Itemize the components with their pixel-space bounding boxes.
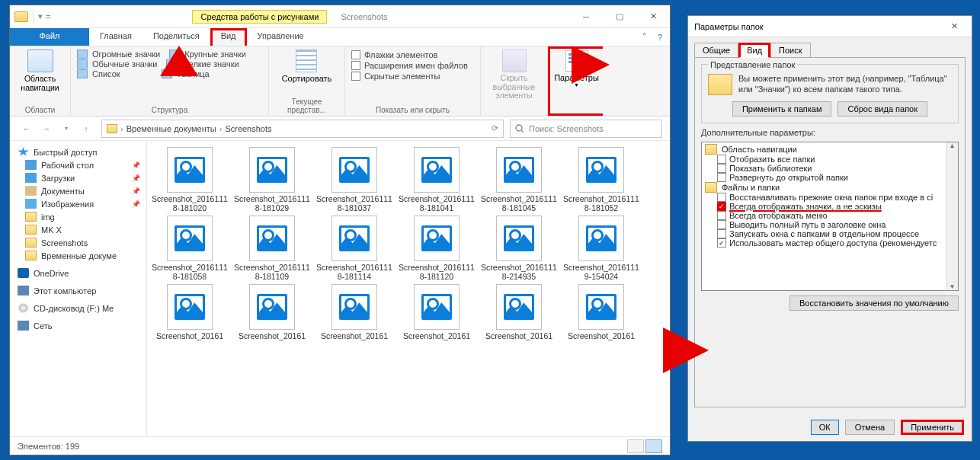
ribbon-group-options[interactable]: Параметры ▼ [548,46,603,116]
view-details-button[interactable] [627,439,644,453]
sidebar-cd[interactable]: CD-дисковод (F:) Me [10,302,146,315]
show-extensions[interactable]: Расширения имен файлов [351,60,474,71]
advanced-settings-tree[interactable]: Область навигации Отобразить все папки П… [701,142,959,291]
tree-files-header[interactable]: Файлы и папки [703,182,956,193]
sidebar-onedrive[interactable]: OneDrive [10,267,146,280]
sidebar-network[interactable]: Сеть [10,319,146,332]
layout-huge[interactable]: Огромные значкиКрупные значки [77,50,262,59]
refresh-icon[interactable]: ⟳ [492,123,498,133]
sidebar-quick-access[interactable]: Быстрый доступ [10,145,146,158]
file-item[interactable]: Screenshot_20161118-214935 [479,216,559,281]
close-button[interactable]: ✕ [636,5,670,27]
tab-home[interactable]: Главная [89,28,143,46]
ok-button[interactable]: ОК [811,420,839,435]
dialog-tabs: Общие Вид Поиск [688,37,972,57]
file-name: Screenshot_20161118-181114 [315,263,394,281]
file-item[interactable]: Screenshot_20161118-181045 [479,147,559,212]
tab-file[interactable]: Файл [10,28,89,46]
tree-item[interactable]: Восстанавливать прежние окна папок при в… [703,193,956,202]
layout-list[interactable]: СписокТаблица [77,69,262,78]
breadcrumb-item[interactable]: Screenshots [225,124,271,133]
forward-button[interactable]: → [37,120,56,138]
show-hidden[interactable]: Скрытые элементы [351,71,474,81]
file-item[interactable]: Screenshot_20161 [562,284,641,340]
tab-manage[interactable]: Управление [247,28,315,46]
file-item[interactable]: Screenshot_20161118-181020 [150,147,229,212]
file-item[interactable]: Screenshot_20161118-181041 [397,147,476,212]
help-icon[interactable]: ? [658,33,662,42]
tree-label: Запускать окна с папками в отдельном про… [729,229,919,238]
tree-item[interactable]: Всегда отображать меню [703,211,956,220]
image-icon [339,157,370,183]
back-button[interactable]: ← [18,120,36,138]
file-item[interactable]: Screenshot_20161 [479,284,559,340]
nav-pane-button[interactable]: Область навигации [16,50,64,92]
sidebar-documents[interactable]: Документы📌 [10,184,146,197]
tree-item[interactable]: Развернуть до открытой папки [703,173,956,182]
apply-to-folders-button[interactable]: Применить к папкам [732,101,832,117]
file-thumbnail [496,216,542,261]
sidebar-mkx[interactable]: MK X [10,223,146,236]
reset-folders-button[interactable]: Сброс вида папок [837,101,927,117]
sidebar-temp[interactable]: Временные докуме [10,249,146,262]
sidebar-img[interactable]: img [10,210,146,223]
file-item[interactable]: Screenshot_20161118-181114 [315,216,394,281]
file-item[interactable]: Screenshot_20161118-181029 [232,147,312,212]
tab-share[interactable]: Поделиться [143,28,210,46]
qat-overflow-icon[interactable]: = [46,12,50,21]
dialog-tab-general[interactable]: Общие [694,43,738,58]
sidebar-thispc[interactable]: Этот компьютер [10,284,146,297]
layout-normal[interactable]: Обычные значкиМелкие значки [77,59,262,69]
scrollbar[interactable] [946,142,958,290]
file-item[interactable]: Screenshot_20161 [397,284,476,340]
recent-button[interactable]: ▾ [57,120,75,138]
restore-defaults-button[interactable]: Восстановить значения по умолчанию [789,295,959,311]
maximize-button[interactable]: ▢ [603,5,636,27]
file-item[interactable]: Screenshot_20161 [150,284,229,340]
sidebar-downloads[interactable]: Загрузки📌 [10,171,146,184]
tree-item[interactable]: Использовать мастер общего доступа (реко… [703,238,956,248]
image-icon [175,294,205,320]
file-item[interactable]: Screenshot_20161118-181052 [562,147,641,212]
tree-item[interactable]: Выводить полный путь в заголовке окна [703,220,956,229]
up-button[interactable]: ↑ [77,120,95,138]
cancel-button[interactable]: Отмена [845,420,895,435]
window-title: Screenshots [341,12,387,21]
breadcrumb-item[interactable]: Временные документы [127,124,216,133]
group-description: Вы можете применить этот вид (например, … [738,74,952,95]
contextual-tab[interactable]: Средства работы с рисунками [192,10,327,24]
sidebar-desktop[interactable]: Рабочий стол📌 [10,158,146,171]
file-thumbnail [331,216,377,261]
tree-item[interactable]: Запускать окна с папками в отдельном про… [703,229,956,238]
view-icons-button[interactable] [645,439,662,453]
sidebar-screenshots[interactable]: Screenshots [10,236,146,249]
tab-view[interactable]: Вид [210,28,247,46]
file-item[interactable]: Screenshot_20161118-181109 [232,216,312,281]
dialog-tab-view[interactable]: Вид [738,43,770,58]
sidebar-pictures[interactable]: Изображения📌 [10,197,146,210]
dialog-tab-search[interactable]: Поиск [770,43,810,58]
tree-item-always-icons[interactable]: Всегда отображать значки, а не эскизы [703,202,956,211]
tree-item[interactable]: Показать библиотеки [703,164,956,173]
hide-selected-button[interactable]: Скрыть выбранные элементы [487,50,541,101]
qat-overflow-icon[interactable]: ▾ [38,11,43,21]
show-checkboxes[interactable]: Флажки элементов [351,50,474,60]
file-item[interactable]: Screenshot_20161119-154024 [562,216,641,281]
tree-item[interactable]: Отобразить все папки [703,155,956,164]
file-item[interactable]: Screenshot_20161118-181037 [315,147,394,212]
checkbox-icon [717,211,726,220]
sort-button[interactable]: Сортировать [282,50,332,83]
search-input[interactable]: Поиск: Screenshots [510,120,662,138]
address-bar[interactable]: › Временные документы › Screenshots ⟳ [101,120,504,138]
file-item[interactable]: Screenshot_20161118-181120 [397,216,476,281]
ribbon-collapse-icon[interactable]: ˄ [642,32,647,42]
apply-button[interactable]: Применить [901,420,964,435]
documents-icon [25,186,37,196]
tree-nav-header[interactable]: Область навигации [703,144,956,155]
file-item[interactable]: Screenshot_20161 [315,284,394,340]
file-item[interactable]: Screenshot_20161118-181058 [150,216,229,281]
close-button[interactable]: ✕ [943,21,966,31]
minimize-button[interactable]: ─ [569,5,603,27]
files-grid[interactable]: Screenshot_20161118-181020Screenshot_201… [147,141,670,436]
file-item[interactable]: Screenshot_20161 [232,284,312,340]
